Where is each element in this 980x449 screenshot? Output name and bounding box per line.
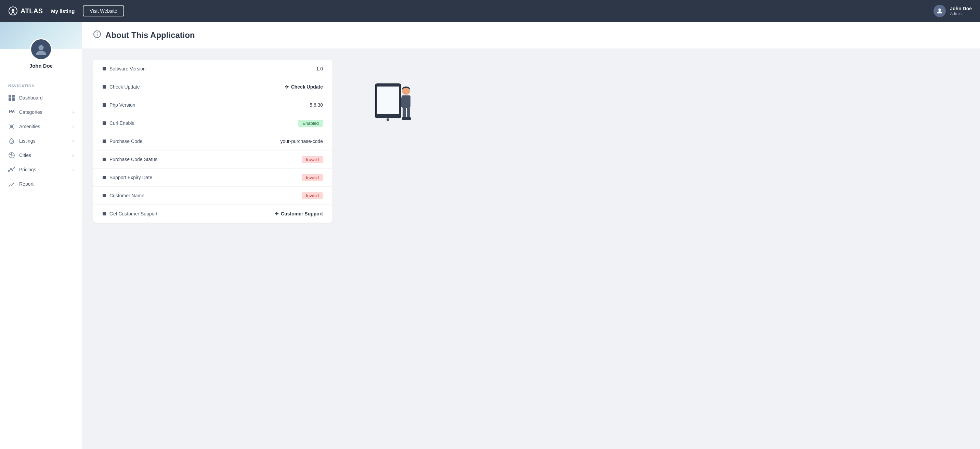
row-check-update: Check Update ✈ Check Update bbox=[93, 78, 332, 96]
support-expiry-label: Support Expiry Date bbox=[103, 175, 302, 180]
svg-point-2 bbox=[939, 8, 941, 11]
sidebar-item-cities[interactable]: Cities › bbox=[0, 148, 82, 162]
content-area: Software Version 1.0 Check Update ✈ bbox=[82, 49, 980, 233]
sq-icon-9 bbox=[103, 212, 106, 216]
software-version-label: Software Version bbox=[103, 66, 317, 71]
logo: ATLAS bbox=[8, 6, 43, 16]
report-icon bbox=[8, 181, 15, 187]
php-version-value: 5.6.30 bbox=[310, 102, 323, 108]
support-expiry-badge: Invalid bbox=[302, 174, 323, 181]
sq-icon bbox=[103, 67, 106, 70]
sidebar-item-amenities[interactable]: Amenities › bbox=[0, 119, 82, 134]
sidebar: John Doe NAVIGATION Dashboard Categories… bbox=[0, 22, 82, 449]
sidebar-item-dashboard[interactable]: Dashboard bbox=[0, 90, 82, 105]
customer-support-arrow: ✈ bbox=[275, 211, 279, 216]
purchase-code-status-label: Purchase Code Status bbox=[103, 157, 302, 162]
svg-rect-6 bbox=[8, 97, 11, 101]
top-navigation: ATLAS My listing Visit Website John Doe … bbox=[0, 0, 980, 22]
purchase-code-value: your-purchase-code bbox=[280, 138, 323, 144]
user-role: Admin bbox=[950, 11, 972, 16]
svg-point-12 bbox=[8, 171, 10, 172]
sidebar-item-pricings[interactable]: Pricings › bbox=[0, 162, 82, 177]
row-customer-support: Get Customer Support ✈ Customer Support bbox=[93, 205, 332, 223]
row-customer-name: Customer Name Invalid bbox=[93, 187, 332, 205]
row-software-version: Software Version 1.0 bbox=[93, 60, 332, 78]
customer-support-label: Get Customer Support bbox=[103, 211, 275, 216]
topnav-left: ATLAS My listing Visit Website bbox=[8, 5, 124, 16]
avatar-person-icon bbox=[936, 7, 943, 15]
sq-icon-5 bbox=[103, 140, 106, 143]
sq-icon-8 bbox=[103, 194, 106, 197]
customer-support-value[interactable]: ✈ Customer Support bbox=[275, 211, 323, 216]
categories-label: Categories bbox=[19, 109, 42, 115]
curl-enable-label: Curl Enable bbox=[103, 121, 298, 126]
sidebar-profile: John Doe bbox=[0, 22, 82, 77]
row-php-version: Php Version 5.6.30 bbox=[93, 96, 332, 114]
cities-icon bbox=[8, 152, 15, 159]
sq-icon-7 bbox=[103, 176, 106, 179]
logo-text: ATLAS bbox=[21, 7, 43, 15]
check-update-value[interactable]: ✈ Check Update bbox=[285, 84, 323, 90]
svg-rect-24 bbox=[401, 97, 404, 107]
svg-rect-28 bbox=[402, 117, 407, 120]
sidebar-item-categories[interactable]: Categories › bbox=[0, 105, 82, 119]
customer-name-label: Customer Name bbox=[103, 193, 302, 198]
row-purchase-code-status: Purchase Code Status Invalid bbox=[93, 151, 332, 168]
nav-section-label: NAVIGATION bbox=[0, 77, 82, 90]
listings-chevron: › bbox=[72, 138, 74, 144]
user-name: John Doe bbox=[950, 6, 972, 11]
sq-icon-3 bbox=[103, 103, 106, 107]
svg-point-1 bbox=[12, 9, 14, 12]
listings-label: Listings bbox=[19, 138, 35, 144]
sidebar-item-listings[interactable]: Listings › bbox=[0, 134, 82, 148]
dashboard-icon bbox=[8, 94, 15, 101]
svg-rect-29 bbox=[406, 117, 411, 120]
curl-enabled-badge: Enabled bbox=[298, 120, 323, 127]
curl-enable-value: Enabled bbox=[298, 121, 323, 126]
cities-label: Cities bbox=[19, 152, 31, 158]
software-version-value: 1.0 bbox=[317, 66, 323, 71]
amenities-chevron: › bbox=[72, 124, 74, 129]
svg-rect-5 bbox=[12, 95, 15, 97]
sq-icon-6 bbox=[103, 158, 106, 161]
svg-point-3 bbox=[38, 45, 43, 50]
row-curl-enable: Curl Enable Enabled bbox=[93, 114, 332, 132]
row-purchase-code: Purchase Code your-purchase-code bbox=[93, 132, 332, 151]
categories-chevron: › bbox=[72, 109, 74, 115]
check-update-label: Check Update bbox=[103, 84, 285, 90]
purchase-code-label: Purchase Code bbox=[103, 138, 280, 144]
customer-support-link[interactable]: ✈ Customer Support bbox=[275, 211, 323, 216]
illustration bbox=[374, 80, 411, 136]
check-update-link[interactable]: ✈ Check Update bbox=[285, 84, 323, 90]
info-card: Software Version 1.0 Check Update ✈ bbox=[93, 60, 332, 223]
sidebar-item-report[interactable]: Report bbox=[0, 177, 82, 191]
amenities-label: Amenities bbox=[19, 124, 40, 129]
page-header-icon bbox=[93, 30, 101, 40]
svg-rect-4 bbox=[8, 95, 11, 97]
page-title: About This Application bbox=[105, 30, 195, 40]
report-label: Report bbox=[19, 181, 33, 187]
customer-name-value: Invalid bbox=[302, 193, 323, 198]
person-tablet-illustration bbox=[374, 80, 415, 135]
purchase-code-status-value: Invalid bbox=[302, 157, 323, 162]
check-update-arrow: ✈ bbox=[285, 84, 289, 90]
purchase-code-status-badge: Invalid bbox=[302, 156, 323, 163]
support-expiry-value: Invalid bbox=[302, 175, 323, 180]
svg-rect-26 bbox=[402, 108, 406, 118]
main-content: About This Application Software Version … bbox=[82, 22, 980, 449]
php-version-label: Php Version bbox=[103, 102, 310, 108]
page-header: About This Application bbox=[82, 22, 980, 49]
my-listing-label: My listing bbox=[51, 8, 75, 14]
logo-icon bbox=[8, 6, 18, 16]
profile-avatar bbox=[30, 38, 52, 60]
listings-icon bbox=[8, 138, 15, 144]
about-icon bbox=[93, 30, 101, 38]
sq-icon-2 bbox=[103, 85, 106, 89]
cities-chevron: › bbox=[72, 152, 74, 158]
pricings-label: Pricings bbox=[19, 167, 36, 172]
visit-website-button[interactable]: Visit Website bbox=[83, 5, 124, 16]
sq-icon-4 bbox=[103, 121, 106, 125]
amenities-icon bbox=[8, 123, 15, 130]
svg-point-14 bbox=[12, 170, 13, 171]
pricings-icon bbox=[8, 166, 15, 173]
